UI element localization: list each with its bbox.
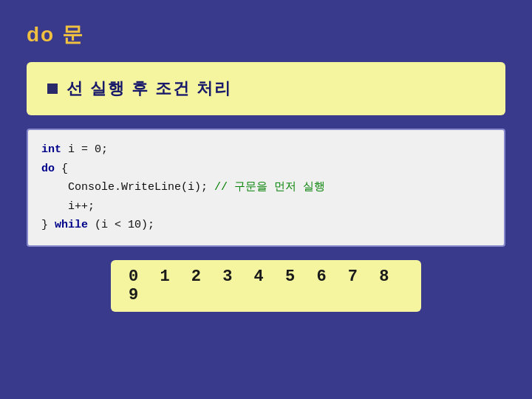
code-comment: // 구문을 먼저 실행 — [214, 181, 325, 194]
output-box: 0 1 2 3 4 5 6 7 8 9 — [111, 260, 421, 312]
output-section: 0 1 2 3 4 5 6 7 8 9 — [27, 260, 505, 312]
bullet-icon — [47, 83, 58, 94]
keyword-int: int — [41, 143, 61, 156]
slide: do 문 선 실행 후 조건 처리 int i = 0; do { Consol… — [0, 0, 532, 399]
slide-title: do 문 — [27, 21, 505, 49]
code-line-4: i++; — [41, 197, 491, 216]
code-text-6: (i < 10); — [88, 219, 154, 231]
code-text-2: { — [61, 163, 68, 175]
code-text-1: i = 0; — [68, 143, 108, 156]
code-block: int i = 0; do { Console.WriteLine(i); //… — [27, 129, 505, 247]
output-text: 0 1 2 3 4 5 6 7 8 9 — [129, 267, 403, 304]
code-line-2: do { — [41, 160, 491, 179]
code-line-3: Console.WriteLine(i); // 구문을 먼저 실행 — [41, 178, 491, 197]
content-box: 선 실행 후 조건 처리 — [27, 62, 505, 115]
bullet-text: 선 실행 후 조건 처리 — [66, 78, 232, 100]
code-text-3: Console.WriteLine(i); — [41, 181, 214, 194]
keyword-while: while — [55, 219, 88, 231]
code-line-5: } while (i < 10); — [41, 216, 491, 235]
code-line-1: int i = 0; — [41, 140, 491, 160]
code-text-4: i++; — [41, 200, 95, 213]
code-text-5: } — [41, 219, 55, 231]
keyword-do: do — [41, 163, 55, 175]
bullet-item: 선 실행 후 조건 처리 — [47, 78, 232, 100]
